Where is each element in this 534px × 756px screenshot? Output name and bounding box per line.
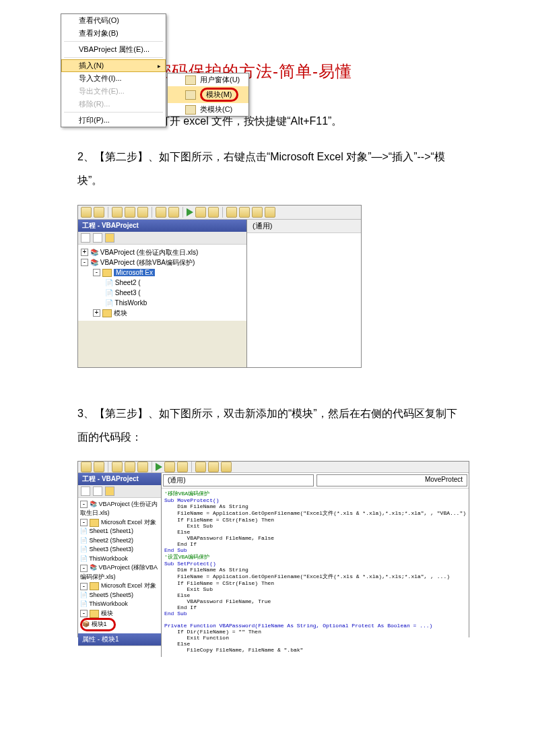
project-pane-title: 工程 - VBAProject [78,220,246,232]
menu-remove: 移除(R)... [61,98,166,111]
vbe-toolbar [78,206,361,220]
module-icon [185,90,196,100]
tree-vbaproject-1[interactable]: VBAProject (生份证内取生日.xls) [100,249,199,256]
properties-pane-title: 属性 - 模块1 [78,633,161,645]
toolbar-icon[interactable] [265,207,275,218]
tree-sheet[interactable]: Sheet2 (Sheet2) [90,537,134,544]
menu-import[interactable]: 导入文件(I)... [61,72,166,85]
submenu-classmodule[interactable]: 类模块(C) [168,103,248,116]
tree-excel-objects[interactable]: Microsoft Excel 对象 [101,582,156,589]
toolbar-icon[interactable] [195,462,206,472]
highlight-circle: 模块(M) [200,88,238,102]
tree-sheet[interactable]: Sheet1 (Sheet1) [90,528,134,534]
toolbar-icon[interactable] [168,207,179,218]
submenu-userform[interactable]: 用户窗体(U) [168,73,248,86]
submenu-module[interactable]: 模块(M) [168,86,248,103]
menu-view-code[interactable]: 查看代码(O) [61,14,166,27]
code-dropdown[interactable]: (通用) [253,222,272,230]
tree-excel-objects-selected[interactable]: Microsoft Ex [114,269,155,276]
toolbar-icon[interactable] [125,462,135,472]
tree-modules-folder[interactable]: 模块 [114,309,127,317]
toolbar-icon[interactable] [137,462,148,472]
code-object-dropdown[interactable]: (通用) [163,474,314,486]
toolbar-icon[interactable] [177,462,188,472]
toolbar-icon[interactable] [226,207,237,218]
tree-vbaproject-1[interactable]: VBAProject (生份证内取生日.xls) [80,501,158,517]
project-pane-title: 工程 - VBAProject [78,473,161,485]
tree-sheet[interactable]: Sheet3 ( [115,289,141,296]
toolbar-icon[interactable] [112,462,123,472]
tree-workbook[interactable]: ThisWorkbook [89,555,127,562]
step-2-text: 2、【第二步】、如下图所示，右键点击“Microsoft Excel 对象”—>… [77,145,463,192]
tree-workbook[interactable]: ThisWorkb [115,299,147,307]
code-editor[interactable]: '移除VBA编码保护 Sub MoveProtect() Dim FileNam… [162,489,469,657]
toolbar-icon[interactable] [252,207,263,218]
screenshot-1: 工程 - VBAProject +📚 VBAProject (生份证内取生日.x… [77,205,362,368]
toolbar-icon[interactable] [81,207,92,218]
screenshot-2: 工程 - VBAProject -📚 VBAProject (生份证内取生日.x… [77,461,469,637]
toolbar-icon[interactable] [156,207,166,218]
menu-view-object[interactable]: 查看对象(B) [61,27,166,40]
toolbar-icon[interactable] [208,207,219,218]
tree-module1[interactable]: 模块1 [92,621,107,627]
menu-print[interactable]: 打印(P)... [61,114,166,127]
toolbar-icon[interactable] [112,207,123,218]
toolbar-icon[interactable] [221,462,232,472]
toolbar-icon[interactable] [125,207,135,218]
tree-vbaproject-2[interactable]: VBAProject (移除VBA编码保护) [100,259,195,266]
project-tree[interactable]: -📚 VBAProject (生份证内取生日.xls) -Microsoft E… [78,498,161,633]
toolbar-icon[interactable] [195,207,206,218]
toolbar-icon[interactable] [81,462,92,472]
tree-modules-folder[interactable]: 模块 [101,610,113,617]
menu-export: 导出文件(E)... [61,85,166,98]
menu-insert[interactable]: 插入(N) [61,59,166,72]
highlight-circle: 📦 模块1 [80,618,116,631]
userform-icon [185,75,196,85]
context-menu: 查看代码(O) 查看对象(B) VBAProject 属性(E)... 插入(N… [61,13,166,127]
run-icon[interactable] [187,208,193,216]
tree-excel-objects[interactable]: Microsoft Excel 对象 [101,519,156,526]
step-3-text: 3、【第三步】、如下图所示，双击新添加的“模块”，然后在右侧的代码区复制下面的代… [77,402,463,449]
tree-sheet[interactable]: Sheet3 (Sheet3) [90,546,134,553]
toolbar-icon[interactable] [164,462,175,472]
tree-sheet[interactable]: Sheet2 ( [115,279,141,286]
toolbar-icon[interactable] [94,462,104,472]
tree-vbaproject-2[interactable]: VBAProject (移除VBA编码保护.xls) [80,564,158,580]
code-proc-dropdown[interactable]: MoveProtect [316,474,467,486]
menu-properties[interactable]: VBAProject 属性(E)... [61,43,166,56]
run-icon[interactable] [156,463,162,471]
project-tree[interactable]: +📚 VBAProject (生份证内取生日.xls) -📚 VBAProjec… [78,245,246,321]
toolbar-icon[interactable] [239,207,250,218]
tree-sheet[interactable]: Sheet5 (Sheet5) [90,592,134,598]
insert-submenu: 用户窗体(U) 模块(M) 类模块(C) [167,73,249,117]
tree-workbook[interactable]: ThisWorkbook [89,600,127,607]
vbe-toolbar [78,462,469,473]
toolbar-icon[interactable] [137,207,148,218]
toolbar-icon[interactable] [208,462,219,472]
toolbar-icon[interactable] [94,207,104,218]
classmodule-icon [185,105,196,115]
